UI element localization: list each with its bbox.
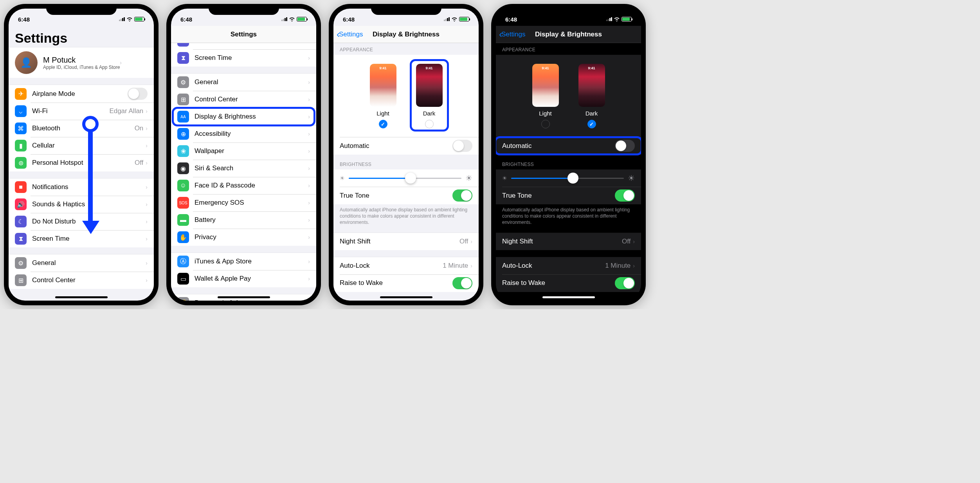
nightshift-row[interactable]: Night Shift Off › [496, 233, 641, 250]
profile-cell[interactable]: 👤 M Potuck Apple ID, iCloud, iTunes & Ap… [9, 47, 154, 78]
automatic-row[interactable]: Automatic [333, 137, 479, 155]
row-label: Accessibility [195, 130, 308, 138]
chevron-right-icon: › [308, 55, 310, 61]
settings-row-cellular[interactable]: ▮Cellular› [9, 137, 154, 154]
settings-row-screen-time[interactable]: ⧗Screen Time› [9, 230, 154, 247]
dark-radio[interactable] [587, 120, 596, 128]
brightness-slider-row[interactable]: ☀ ☀ [496, 169, 641, 187]
settings-row-airplane-mode[interactable]: ✈Airplane Mode [9, 85, 154, 103]
settings-row-wallpaper[interactable]: ❀Wallpaper› [171, 142, 316, 160]
notch [46, 4, 117, 15]
settings-row-bluetooth[interactable]: ⌘BluetoothOn› [9, 120, 154, 137]
truetone-row[interactable]: True Tone [496, 187, 641, 204]
raisetowake-row[interactable]: Raise to Wake [496, 274, 641, 292]
home-indicator[interactable] [380, 296, 432, 298]
wifi-icon [289, 17, 295, 22]
phone-frame-1: 6:48 Settings 👤 M Potuck Apple ID, iClou… [4, 4, 159, 305]
chevron-right-icon: › [308, 79, 310, 85]
row-label: iTunes & App Store [195, 258, 308, 265]
row-label: Emergency SOS [195, 199, 308, 207]
row-label: Sounds & Haptics [32, 200, 146, 208]
settings-row-screen-time[interactable]: ⧗Screen Time› [171, 49, 316, 67]
settings-row-face-id-passcode[interactable]: ☺Face ID & Passcode› [171, 177, 316, 194]
back-button[interactable]: ‹Settings [499, 29, 525, 40]
row-label: Airplane Mode [32, 90, 128, 98]
autolock-row[interactable]: Auto-Lock 1 Minute › [333, 257, 479, 274]
home-indicator[interactable] [55, 296, 108, 298]
phone-frame-4: 6:48 ‹Settings Display & Brightness APPE… [491, 4, 646, 305]
appearance-dark-option[interactable]: 9:41 Dark [578, 64, 605, 128]
chevron-right-icon: › [308, 258, 310, 265]
notch [371, 4, 441, 15]
section-b: ⚙General›⊞Control Center›AADisplay & Bri… [171, 74, 316, 246]
appearance-cell: 9:41 Light 9:41 Dark [333, 55, 479, 137]
dark-radio[interactable] [425, 120, 434, 128]
display-content-dark: APPEARANCE 9:41 Light 9:41 Dark Automati… [496, 43, 641, 301]
settings-row-sounds-haptics[interactable]: 🔊Sounds & Haptics› [9, 196, 154, 213]
settings-row-emergency-sos[interactable]: SOSEmergency SOS› [171, 194, 316, 211]
autolock-row[interactable]: Auto-Lock 1 Minute › [496, 257, 641, 274]
settings-row-accessibility[interactable]: ⊕Accessibility› [171, 125, 316, 142]
nav-bar: ‹Settings Display & Brightness [496, 26, 641, 43]
raisetowake-toggle[interactable] [615, 277, 635, 289]
settings-row-battery[interactable]: ▬Battery› [171, 211, 316, 229]
truetone-toggle[interactable] [615, 189, 635, 202]
row-label: Bluetooth [32, 124, 135, 132]
nav-title: Display & Brightness [373, 31, 440, 38]
truetone-row[interactable]: True Tone [333, 187, 479, 204]
settings-row-control-center[interactable]: ⊞Control Center› [171, 91, 316, 108]
light-radio[interactable] [541, 120, 550, 128]
settings-row-itunes-app-store[interactable]: ⒶiTunes & App Store› [171, 253, 316, 270]
chevron-right-icon: › [120, 59, 122, 66]
truetone-label: True Tone [502, 192, 615, 200]
automatic-row[interactable]: Automatic [496, 137, 641, 155]
wifi-icon [451, 17, 458, 22]
light-radio[interactable] [379, 120, 387, 128]
settings-row-general[interactable]: ⚙General› [9, 254, 154, 272]
settings-row-display-brightness[interactable]: AADisplay & Brightness› [171, 108, 316, 125]
chevron-right-icon: › [308, 43, 310, 44]
appearance-dark-option[interactable]: 9:41 Dark [416, 64, 443, 128]
brightness-slider-row[interactable]: ☀ ☀ [333, 169, 479, 187]
sounds-icon: 🔊 [15, 198, 27, 210]
appearance-light-option[interactable]: 9:41 Light [532, 64, 559, 128]
raisetowake-row[interactable]: Raise to Wake [333, 274, 479, 292]
home-indicator[interactable] [218, 296, 270, 298]
truetone-toggle[interactable] [452, 189, 472, 202]
light-preview: 9:41 [370, 64, 396, 107]
row-label: Passwords & Accounts [195, 299, 308, 301]
wifi-icon [126, 17, 133, 22]
nightshift-row[interactable]: Night Shift Off › [333, 233, 479, 250]
toggle[interactable] [128, 88, 148, 100]
automatic-toggle[interactable] [452, 140, 472, 152]
brightness-slider[interactable] [511, 178, 624, 179]
settings-row-personal-hotspot[interactable]: ⊚Personal HotspotOff› [9, 154, 154, 171]
appearance-light-option[interactable]: 9:41 Light [370, 64, 396, 128]
home-indicator[interactable] [542, 296, 595, 298]
dnd-icon: ☾ [15, 216, 27, 227]
cc-icon: ⊞ [15, 274, 27, 286]
settings-row-general[interactable]: ⚙General› [171, 74, 316, 91]
profile-sub: Apple ID, iCloud, iTunes & App Store [43, 65, 120, 70]
airplane-icon: ✈ [15, 88, 27, 100]
dark-preview: 9:41 [578, 64, 605, 107]
settings-row-control-center[interactable]: ⊞Control Center› [9, 272, 154, 289]
row-label: General [32, 259, 146, 267]
back-button[interactable]: ‹Settings [337, 29, 363, 40]
settings-row-do-not-disturb[interactable]: ☾Do Not Disturb› [9, 213, 154, 230]
automatic-toggle[interactable] [615, 140, 635, 152]
row-label: Wallet & Apple Pay [195, 275, 308, 283]
settings-row-notifications[interactable]: ■Notifications› [9, 178, 154, 196]
settings-row-wi-fi[interactable]: ⌵Wi-FiEdgar Allan› [9, 103, 154, 120]
settings-row-siri-search[interactable]: ◉Siri & Search› [171, 160, 316, 177]
chevron-right-icon: › [633, 238, 635, 245]
settings-row-privacy[interactable]: ✋Privacy› [171, 229, 316, 246]
settings-row-wallet-apple-pay[interactable]: ▭Wallet & Apple Pay› [171, 270, 316, 287]
siri-icon: ◉ [177, 162, 189, 174]
settings-row-do-not-disturb[interactable]: ☾Do Not Disturb› [171, 43, 316, 49]
chevron-right-icon: › [146, 142, 148, 149]
appstore-icon: Ⓐ [177, 256, 189, 267]
row-label: Personal Hotspot [32, 159, 135, 167]
raisetowake-toggle[interactable] [452, 277, 472, 289]
brightness-slider[interactable] [349, 178, 461, 179]
